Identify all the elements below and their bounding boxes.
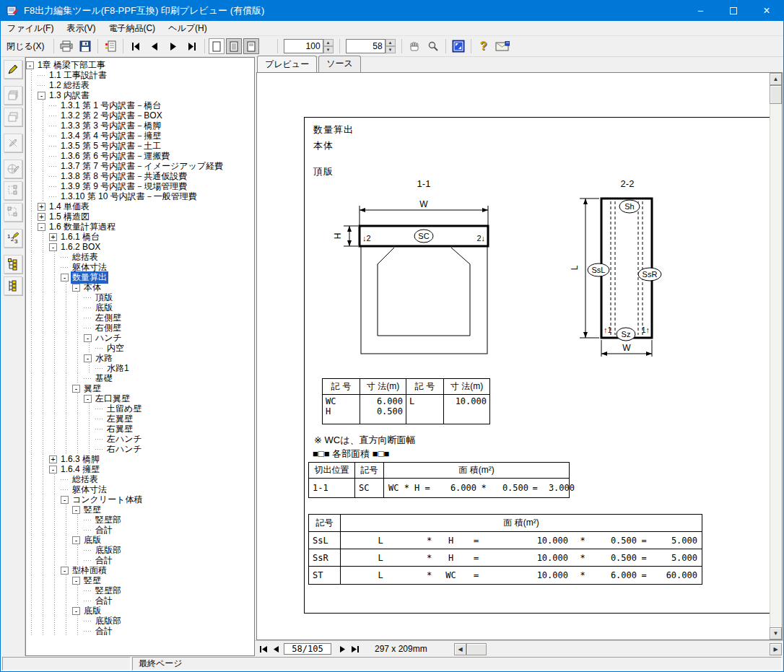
- tree-item[interactable]: -翼壁: [26, 383, 254, 393]
- collapse-toggle-icon[interactable]: -: [84, 354, 92, 362]
- collapse-toggle-icon[interactable]: -: [61, 274, 69, 282]
- tree-item-label[interactable]: 右ハンチ: [105, 443, 144, 455]
- tree-item[interactable]: -竪壁: [26, 575, 254, 585]
- expand-toggle-icon[interactable]: +: [49, 455, 57, 463]
- tree-item[interactable]: 土留め壁: [26, 403, 254, 414]
- expand-toggle-icon[interactable]: +: [49, 233, 57, 241]
- tree-item[interactable]: 底版部: [26, 616, 254, 626]
- tree-item[interactable]: -コンクリート体積: [26, 494, 254, 505]
- tree-item[interactable]: 左側壁: [26, 313, 254, 323]
- tree-item[interactable]: 頂版: [26, 292, 254, 302]
- collapse-toggle-icon[interactable]: -: [49, 243, 57, 251]
- page-up-icon[interactable]: ▲: [386, 39, 396, 46]
- tree-item[interactable]: 総括表: [26, 474, 254, 484]
- collapse-toggle-icon[interactable]: -: [72, 284, 80, 292]
- fit-width-view-button[interactable]: [243, 38, 259, 54]
- tree-item[interactable]: 躯体寸法: [26, 262, 254, 272]
- collapse-toggle-icon[interactable]: -: [38, 92, 45, 100]
- collapse-toggle-icon[interactable]: -: [72, 577, 80, 585]
- tree-item[interactable]: -本体: [26, 282, 254, 292]
- tree-item[interactable]: 合計: [26, 595, 254, 606]
- next-page-button[interactable]: [165, 38, 182, 55]
- tree-item-label[interactable]: 合計: [94, 625, 114, 637]
- fit-page-view-button[interactable]: [226, 38, 242, 54]
- erase-pen-button[interactable]: [4, 134, 22, 152]
- zoom-tool-button[interactable]: [424, 38, 442, 55]
- tree-item[interactable]: -底版: [26, 535, 254, 545]
- pager-last-button[interactable]: [349, 643, 360, 655]
- layers-b-button[interactable]: [4, 108, 22, 126]
- tree-item[interactable]: -底版: [26, 606, 254, 616]
- menu-help[interactable]: ヘルプ(H): [162, 21, 214, 36]
- tree-item[interactable]: -1.6.2 BOX: [26, 242, 254, 252]
- collapse-toggle-icon[interactable]: -: [61, 496, 69, 504]
- collapse-toggle-icon[interactable]: -: [72, 536, 80, 544]
- scroll-left-icon[interactable]: ◀: [454, 643, 466, 655]
- page-down-icon[interactable]: ▼: [386, 46, 396, 53]
- tree-item[interactable]: 左翼壁: [26, 414, 254, 424]
- first-page-button[interactable]: [127, 38, 144, 55]
- maximize-button[interactable]: [717, 1, 750, 21]
- collapse-toggle-icon[interactable]: -: [49, 466, 57, 474]
- scroll-down-icon[interactable]: ▼: [770, 627, 782, 640]
- page-indicator[interactable]: 58/105: [284, 643, 331, 655]
- tree-view-b-button[interactable]: [4, 276, 22, 295]
- vertical-scroll-thumb[interactable]: [770, 85, 782, 104]
- collapse-toggle-icon[interactable]: -: [38, 223, 45, 231]
- tree-view-a-button[interactable]: [4, 255, 22, 274]
- print-button[interactable]: [58, 38, 75, 55]
- pager-next-button[interactable]: [336, 643, 348, 655]
- tree-item[interactable]: -型枠面積: [26, 565, 254, 575]
- net-edit-button[interactable]: [4, 160, 22, 178]
- tree-item[interactable]: 底版部: [26, 545, 254, 555]
- pager-prev-button[interactable]: [270, 643, 282, 655]
- tree-item[interactable]: 内空: [26, 343, 254, 353]
- collapse-toggle-icon[interactable]: -: [61, 567, 69, 575]
- tree-item[interactable]: -水路: [26, 353, 254, 363]
- tree-item[interactable]: 右側壁: [26, 323, 254, 333]
- menu-file[interactable]: ファイル(F): [1, 21, 60, 36]
- collapse-toggle-icon[interactable]: -: [72, 506, 80, 514]
- collapse-toggle-icon[interactable]: -: [72, 607, 80, 615]
- vertical-scrollbar[interactable]: ▲ ▼: [770, 73, 782, 640]
- hand-tool-button[interactable]: [406, 38, 423, 55]
- help-button[interactable]: ?: [475, 38, 492, 55]
- collapse-toggle-icon[interactable]: -: [26, 61, 34, 69]
- tree-item[interactable]: 竪壁部: [26, 585, 254, 595]
- expand-toggle-icon[interactable]: +: [38, 213, 45, 221]
- tree-item[interactable]: 底版: [26, 302, 254, 313]
- tree-item[interactable]: -数量算出: [26, 272, 254, 282]
- layers-a-button[interactable]: [4, 86, 22, 105]
- tree-item[interactable]: -1.6.4 擁壁: [26, 464, 254, 474]
- tree-item[interactable]: 合計: [26, 555, 254, 565]
- collapse-toggle-icon[interactable]: -: [72, 385, 80, 393]
- collapse-toggle-icon[interactable]: -: [84, 395, 92, 403]
- pager-first-button[interactable]: [258, 643, 269, 655]
- zoom-spinner[interactable]: ▲▼: [323, 39, 334, 53]
- last-page-button[interactable]: [183, 38, 201, 55]
- tree-item[interactable]: 水路1: [26, 363, 254, 373]
- select-blocks-a-button[interactable]: [4, 181, 22, 200]
- collapse-toggle-icon[interactable]: -: [84, 334, 92, 342]
- close-preview-button[interactable]: 閉じる(X): [1, 38, 50, 55]
- zoom-down-icon[interactable]: ▼: [323, 46, 334, 53]
- prev-page-button[interactable]: [146, 38, 163, 55]
- single-page-view-button[interactable]: [209, 38, 225, 54]
- tree-item[interactable]: -竪壁: [26, 505, 254, 515]
- menu-delivery[interactable]: 電子納品(C): [102, 21, 162, 36]
- horizontal-scroll-thumb[interactable]: [466, 643, 487, 655]
- scroll-up-icon[interactable]: ▲: [770, 73, 782, 85]
- tab-source[interactable]: ソース: [318, 56, 361, 72]
- minimize-button[interactable]: −: [684, 1, 717, 21]
- close-button[interactable]: ×: [750, 1, 783, 21]
- page-setup-button[interactable]: [102, 38, 119, 55]
- tree-item-label[interactable]: 1.6.1 橋台: [59, 231, 101, 243]
- tree-item[interactable]: 合計: [26, 525, 254, 535]
- page-spinner[interactable]: ▲▼: [386, 39, 396, 53]
- select-blocks-b-button[interactable]: [4, 203, 22, 222]
- tab-preview[interactable]: プレビュー: [257, 56, 317, 73]
- tree-item[interactable]: +1.6.1 橋台: [26, 232, 254, 242]
- zoom-input[interactable]: [284, 39, 323, 53]
- tree-item[interactable]: 合計: [26, 626, 254, 636]
- page-number-input[interactable]: [346, 39, 386, 53]
